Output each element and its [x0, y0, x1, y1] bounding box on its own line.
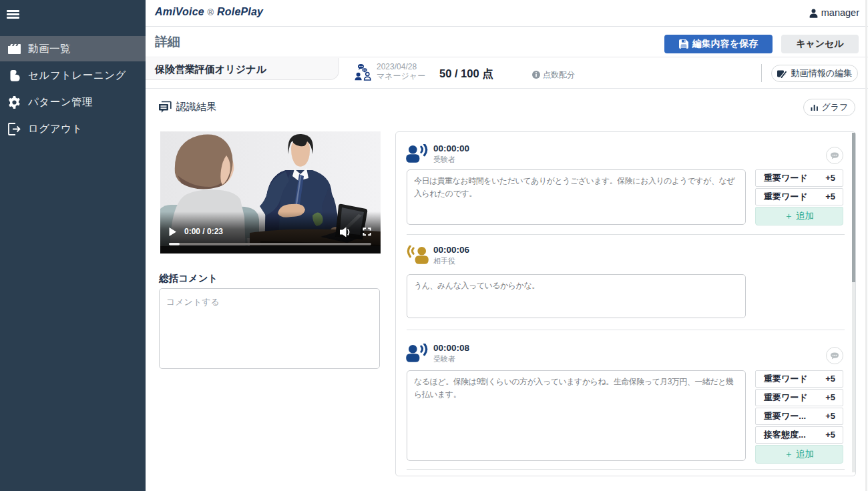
svg-text:0:00 / 0:23: 0:00 / 0:23: [184, 227, 223, 236]
